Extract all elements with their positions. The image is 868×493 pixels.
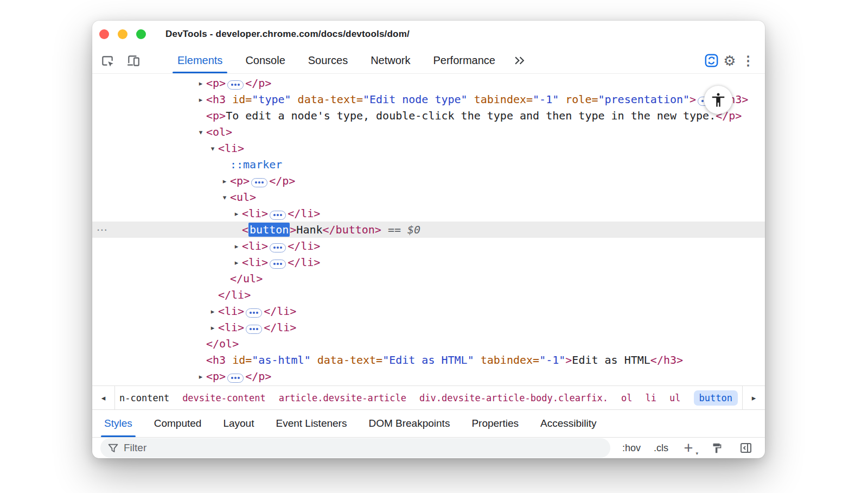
expand-arrow-icon[interactable]: ▸ <box>207 304 218 320</box>
more-tabs-icon[interactable] <box>510 52 528 70</box>
code-attr: tabindex= <box>468 93 533 106</box>
expand-arrow-icon[interactable]: ▸ <box>231 238 242 255</box>
tab-computed[interactable]: Computed <box>143 410 213 437</box>
dom-tree-row[interactable]: ▾<li> <box>92 140 765 156</box>
inline-expand-icon[interactable] <box>251 178 267 187</box>
toggle-sidebar-icon[interactable] <box>737 439 755 457</box>
dom-tree-row[interactable]: ▸<p></p> <box>92 75 765 91</box>
minimize-button[interactable] <box>118 29 127 39</box>
close-button[interactable] <box>99 29 109 39</box>
tab-styles[interactable]: Styles <box>93 410 143 437</box>
code-tag: <h3 <box>206 353 232 366</box>
breadcrumb-item-div-devsite-article-body-clearfix[interactable]: div.devsite-article-body.clearfix. <box>419 393 608 403</box>
dom-tree-row[interactable]: ▸<li></li> <box>92 303 765 319</box>
code-txt: Hank <box>296 223 322 236</box>
class-toggle-button[interactable]: .cls <box>653 440 669 456</box>
dom-tree-row[interactable]: ▸<li></li> <box>92 205 765 222</box>
expand-arrow-icon[interactable]: ▸ <box>231 206 242 222</box>
dom-tree-row[interactable]: <h3 id="as-html" data-text="Edit as HTML… <box>92 352 765 368</box>
code-val: "as-html" <box>252 353 310 366</box>
breadcrumb-item-devsite-content[interactable]: devsite-content <box>182 393 266 403</box>
dom-tree-row[interactable]: ▸<h3 id="type" data-text="Edit node type… <box>92 91 765 108</box>
expand-arrow-icon[interactable]: ▸ <box>195 369 206 385</box>
breadcrumb-item-ul[interactable]: ul <box>669 393 680 403</box>
breadcrumb-item-li[interactable]: li <box>646 393 656 403</box>
titlebar: DevTools - developer.chrome.com/docs/dev… <box>92 21 765 48</box>
tab-properties[interactable]: Properties <box>461 410 529 437</box>
dom-tree-row[interactable]: ::marker <box>92 156 765 173</box>
inline-expand-icon[interactable] <box>227 80 244 90</box>
breadcrumb-scroll-left-icon[interactable]: ◂ <box>92 386 115 409</box>
breadcrumb-item-ol[interactable]: ol <box>621 393 632 403</box>
inline-expand-icon[interactable] <box>270 260 286 269</box>
code-tag: <li> <box>218 321 244 334</box>
kebab-menu-icon[interactable]: ⋮ <box>739 52 757 70</box>
inline-expand-icon[interactable] <box>270 243 286 252</box>
code-tag: <li> <box>242 207 268 220</box>
expand-arrow-icon[interactable]: ▸ <box>195 92 206 108</box>
tab-console[interactable]: Console <box>234 48 296 73</box>
code-val: "-1" <box>539 353 565 366</box>
code-tag: > <box>690 93 696 106</box>
code-tag: <li> <box>242 239 268 252</box>
inline-expand-icon[interactable] <box>246 308 262 318</box>
code-tag: </li> <box>218 288 251 301</box>
new-style-rule-button[interactable]: + ▾ <box>680 438 697 458</box>
code-tag: <ol> <box>206 125 232 138</box>
breadcrumb-bar: ◂ n-contentdevsite-contentarticle.devsit… <box>92 385 765 410</box>
zoom-button[interactable] <box>136 29 146 39</box>
dom-tree-row[interactable]: ▾<ol> <box>92 124 765 140</box>
accessibility-cursor-icon <box>704 86 732 114</box>
device-toolbar-icon[interactable] <box>124 52 143 70</box>
inline-expand-icon[interactable] <box>270 211 286 220</box>
tab-event-listeners[interactable]: Event Listeners <box>265 410 358 437</box>
tab-sources[interactable]: Sources <box>297 48 359 73</box>
code-marker: ::marker <box>230 158 282 171</box>
tab-accessibility[interactable]: Accessibility <box>529 410 607 437</box>
code-val: "presentation" <box>598 93 690 106</box>
pseudo-state-button[interactable]: :hov <box>621 440 642 456</box>
breadcrumb-item-button[interactable]: button <box>694 390 738 406</box>
breadcrumb-item-article-devsite-article[interactable]: article.devsite-article <box>279 393 406 403</box>
dom-tree-row[interactable]: ▸<li></li> <box>92 238 765 254</box>
expand-arrow-icon[interactable]: ▸ <box>219 173 230 189</box>
tab-layout[interactable]: Layout <box>212 410 265 437</box>
tab-performance[interactable]: Performance <box>422 48 507 73</box>
dom-tree-row[interactable]: ⋯<button>Hank</button> == $0 <box>92 222 765 238</box>
dom-tree-row[interactable]: </ol> <box>92 336 765 352</box>
code-tag: <li> <box>218 305 244 318</box>
tab-elements[interactable]: Elements <box>166 48 234 73</box>
paint-icon[interactable] <box>707 439 726 457</box>
inline-expand-icon[interactable] <box>246 325 262 334</box>
dom-tree-row[interactable]: ▸<p></p> <box>92 173 765 189</box>
expand-arrow-icon[interactable]: ▸ <box>231 255 242 271</box>
chevron-down-icon: ▾ <box>695 451 698 456</box>
collapse-arrow-icon[interactable]: ▾ <box>219 189 230 206</box>
breadcrumb-item-n-content[interactable]: n-content <box>119 393 169 403</box>
dom-tree-row[interactable]: ▸<li></li> <box>92 319 765 336</box>
expand-arrow-icon[interactable]: ▸ <box>207 320 218 336</box>
code-txt: Edit as HTML <box>572 353 650 366</box>
inspect-element-icon[interactable] <box>98 52 117 70</box>
dom-tree-row[interactable]: ▸<p></p> <box>92 368 765 384</box>
code-tag: </li> <box>288 207 320 220</box>
code-tag: </li> <box>264 321 296 334</box>
sync-icon[interactable] <box>702 52 720 70</box>
code-selword: button <box>248 223 290 237</box>
collapse-arrow-icon[interactable]: ▾ <box>195 124 206 141</box>
dom-tree-row[interactable]: <p>To edit a node's type, double-click t… <box>92 108 765 124</box>
styles-filter-input[interactable] <box>124 442 603 454</box>
collapse-arrow-icon[interactable]: ▾ <box>207 141 218 157</box>
settings-gear-icon[interactable]: ⚙ <box>720 52 739 70</box>
dom-tree-row[interactable]: ▸<li></li> <box>92 254 765 270</box>
dom-tree-row[interactable]: ▾<ul> <box>92 189 765 205</box>
code-tag: <p> <box>230 174 250 187</box>
tab-network[interactable]: Network <box>359 48 422 73</box>
breadcrumb-scroll-right-icon[interactable]: ▸ <box>742 386 765 409</box>
inline-expand-icon[interactable] <box>227 374 244 383</box>
row-options-icon[interactable]: ⋯ <box>97 222 108 238</box>
dom-tree-row[interactable]: </ul> <box>92 270 765 287</box>
expand-arrow-icon[interactable]: ▸ <box>195 75 206 92</box>
tab-dom-breakpoints[interactable]: DOM Breakpoints <box>358 410 461 437</box>
dom-tree-row[interactable]: </li> <box>92 287 765 303</box>
